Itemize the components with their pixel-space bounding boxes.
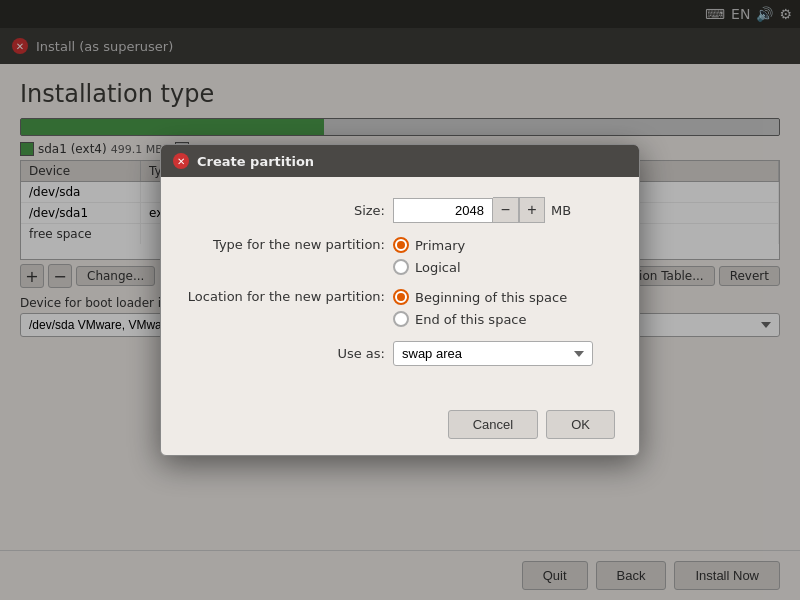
location-row: Location for the new partition: Beginnin… (185, 289, 615, 327)
type-radio-group: Primary Logical (393, 237, 465, 275)
use-as-row: Use as: swap area Ext4 journaling file s… (185, 341, 615, 366)
size-row: Size: − + MB (185, 197, 615, 223)
size-increment-button[interactable]: + (519, 197, 545, 223)
use-as-select[interactable]: swap area Ext4 journaling file system Ex… (393, 341, 593, 366)
radio-logical-label: Logical (415, 260, 461, 275)
dialog-overlay: ✕ Create partition Size: − + MB Type for… (0, 0, 800, 600)
dialog-body: Size: − + MB Type for the new partition:… (161, 177, 639, 400)
radio-beginning[interactable]: Beginning of this space (393, 289, 567, 305)
dialog-ok-button[interactable]: OK (546, 410, 615, 439)
radio-logical-circle (393, 259, 409, 275)
radio-end-circle (393, 311, 409, 327)
dialog-cancel-button[interactable]: Cancel (448, 410, 538, 439)
type-row: Type for the new partition: Primary Logi… (185, 237, 615, 275)
size-decrement-button[interactable]: − (493, 197, 519, 223)
type-label: Type for the new partition: (185, 237, 385, 252)
radio-end-label: End of this space (415, 312, 527, 327)
dialog-footer: Cancel OK (161, 400, 639, 455)
dialog-close-button[interactable]: ✕ (173, 153, 189, 169)
size-label: Size: (185, 203, 385, 218)
radio-logical[interactable]: Logical (393, 259, 465, 275)
radio-end[interactable]: End of this space (393, 311, 567, 327)
size-input[interactable] (393, 198, 493, 223)
size-unit: MB (551, 203, 571, 218)
size-input-group: − + MB (393, 197, 571, 223)
radio-beginning-circle (393, 289, 409, 305)
dialog-title-bar: ✕ Create partition (161, 145, 639, 177)
radio-primary-label: Primary (415, 238, 465, 253)
use-as-label: Use as: (185, 346, 385, 361)
radio-beginning-label: Beginning of this space (415, 290, 567, 305)
radio-primary[interactable]: Primary (393, 237, 465, 253)
radio-primary-circle (393, 237, 409, 253)
location-radio-group: Beginning of this space End of this spac… (393, 289, 567, 327)
create-partition-dialog: ✕ Create partition Size: − + MB Type for… (160, 144, 640, 456)
dialog-title: Create partition (197, 154, 314, 169)
location-label: Location for the new partition: (185, 289, 385, 304)
